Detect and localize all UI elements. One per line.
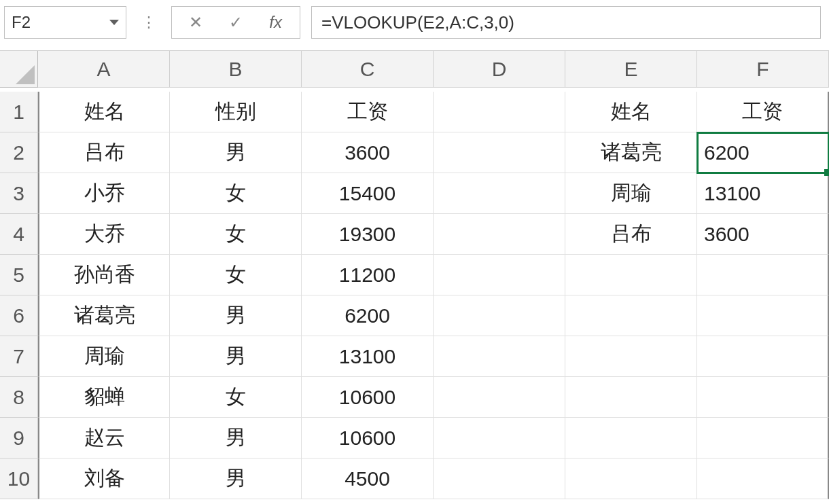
formula-bar-separator: ⋮ [137, 14, 160, 31]
cell-C10[interactable]: 4500 [302, 458, 434, 499]
cell-A1[interactable]: 姓名 [38, 92, 170, 132]
cell-F8[interactable] [697, 377, 829, 418]
cell-D6[interactable] [434, 295, 565, 336]
cancel-icon[interactable]: ✕ [182, 13, 209, 32]
row-header-10[interactable]: 10 [0, 458, 38, 499]
cell-D2[interactable] [434, 132, 565, 173]
cell-E5[interactable] [565, 255, 697, 295]
spreadsheet-grid: A B C D E F 1 姓名 性别 工资 姓名 工资 2 吕布 男 3600… [0, 51, 829, 499]
cell-C7[interactable]: 13100 [302, 336, 434, 377]
cell-B8[interactable]: 女 [170, 377, 302, 418]
row-header-6[interactable]: 6 [0, 295, 38, 336]
cell-C1[interactable]: 工资 [302, 92, 434, 132]
col-header-F[interactable]: F [697, 51, 829, 88]
row-header-2[interactable]: 2 [0, 132, 38, 173]
cell-D1[interactable] [434, 92, 565, 132]
col-header-A[interactable]: A [38, 51, 170, 88]
formula-bar: F2 ⋮ ✕ ✓ fx =VLOOKUP(E2,A:C,3,0) [0, 0, 829, 51]
cell-E8[interactable] [565, 377, 697, 418]
cell-C4[interactable]: 19300 [302, 214, 434, 255]
row-header-5[interactable]: 5 [0, 255, 38, 295]
cell-B2[interactable]: 男 [170, 132, 302, 173]
cell-A4[interactable]: 大乔 [38, 214, 170, 255]
cell-A9[interactable]: 赵云 [38, 418, 170, 458]
cell-D3[interactable] [434, 173, 565, 214]
enter-icon[interactable]: ✓ [222, 13, 249, 32]
cell-C6[interactable]: 6200 [302, 295, 434, 336]
row-header-1[interactable]: 1 [0, 92, 38, 132]
cell-E7[interactable] [565, 336, 697, 377]
col-header-C[interactable]: C [302, 51, 434, 88]
cell-F6[interactable] [697, 295, 829, 336]
cell-F4[interactable]: 3600 [697, 214, 829, 255]
cell-E6[interactable] [565, 295, 697, 336]
cell-F10[interactable] [697, 458, 829, 499]
cell-F5[interactable] [697, 255, 829, 295]
select-all-corner[interactable] [0, 51, 38, 88]
row-header-9[interactable]: 9 [0, 418, 38, 458]
cell-F3[interactable]: 13100 [697, 173, 829, 214]
col-header-D[interactable]: D [434, 51, 565, 88]
cell-E4[interactable]: 吕布 [565, 214, 697, 255]
cell-E10[interactable] [565, 458, 697, 499]
name-box-dropdown-icon[interactable] [109, 20, 119, 25]
cell-C8[interactable]: 10600 [302, 377, 434, 418]
name-box[interactable]: F2 [4, 6, 126, 39]
cell-E2[interactable]: 诸葛亮 [565, 132, 697, 173]
formula-bar-buttons: ✕ ✓ fx [171, 6, 300, 39]
col-header-B[interactable]: B [170, 51, 302, 88]
cell-D7[interactable] [434, 336, 565, 377]
cell-C9[interactable]: 10600 [302, 418, 434, 458]
cell-A7[interactable]: 周瑜 [38, 336, 170, 377]
cell-A2[interactable]: 吕布 [38, 132, 170, 173]
cell-D5[interactable] [434, 255, 565, 295]
cell-C5[interactable]: 11200 [302, 255, 434, 295]
cell-F2[interactable]: 6200 [697, 132, 829, 173]
cell-D9[interactable] [434, 418, 565, 458]
cell-B4[interactable]: 女 [170, 214, 302, 255]
cell-F9[interactable] [697, 418, 829, 458]
cell-B1[interactable]: 性别 [170, 92, 302, 132]
cell-A8[interactable]: 貂蝉 [38, 377, 170, 418]
cell-A3[interactable]: 小乔 [38, 173, 170, 214]
cell-A5[interactable]: 孙尚香 [38, 255, 170, 295]
formula-input[interactable]: =VLOOKUP(E2,A:C,3,0) [311, 6, 821, 39]
cell-D10[interactable] [434, 458, 565, 499]
cell-B3[interactable]: 女 [170, 173, 302, 214]
cell-E9[interactable] [565, 418, 697, 458]
row-header-4[interactable]: 4 [0, 214, 38, 255]
row-header-7[interactable]: 7 [0, 336, 38, 377]
cell-B7[interactable]: 男 [170, 336, 302, 377]
cell-C2[interactable]: 3600 [302, 132, 434, 173]
name-box-value: F2 [12, 13, 31, 32]
cell-B9[interactable]: 男 [170, 418, 302, 458]
cell-E3[interactable]: 周瑜 [565, 173, 697, 214]
row-header-8[interactable]: 8 [0, 377, 38, 418]
col-header-E[interactable]: E [565, 51, 697, 88]
cell-F7[interactable] [697, 336, 829, 377]
cell-F1[interactable]: 工资 [697, 92, 829, 132]
cell-C3[interactable]: 15400 [302, 173, 434, 214]
cell-A10[interactable]: 刘备 [38, 458, 170, 499]
cell-A6[interactable]: 诸葛亮 [38, 295, 170, 336]
cell-D4[interactable] [434, 214, 565, 255]
cell-D8[interactable] [434, 377, 565, 418]
cell-B5[interactable]: 女 [170, 255, 302, 295]
fx-icon[interactable]: fx [262, 13, 289, 32]
cell-B6[interactable]: 男 [170, 295, 302, 336]
cell-B10[interactable]: 男 [170, 458, 302, 499]
row-header-3[interactable]: 3 [0, 173, 38, 214]
formula-text: =VLOOKUP(E2,A:C,3,0) [321, 12, 514, 33]
cell-E1[interactable]: 姓名 [565, 92, 697, 132]
